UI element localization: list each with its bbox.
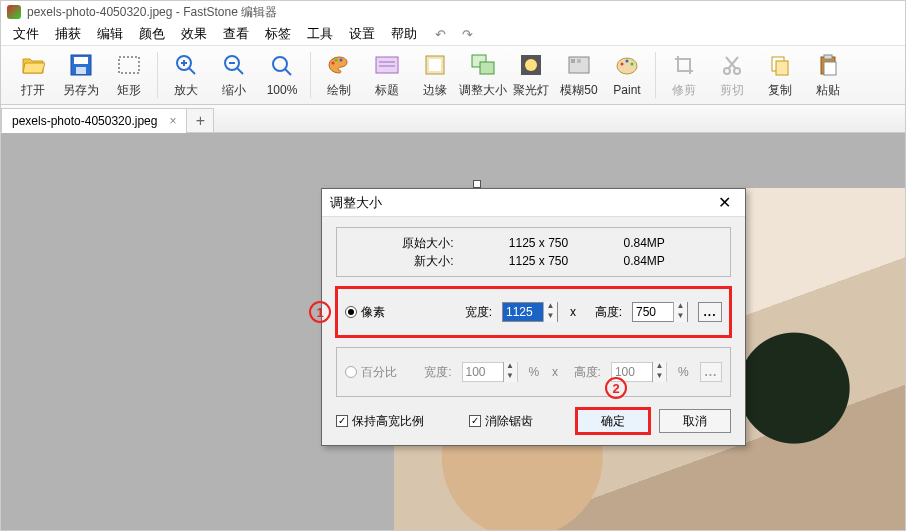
menu-view[interactable]: 查看 bbox=[217, 23, 255, 45]
undo-icon[interactable]: ↶ bbox=[431, 27, 450, 42]
height-input[interactable]: ▲▼ bbox=[632, 302, 688, 322]
redo-icon[interactable]: ↷ bbox=[458, 27, 477, 42]
dialog-title: 调整大小 bbox=[330, 194, 382, 212]
spot-label: 聚光灯 bbox=[513, 82, 549, 99]
cut-label: 剪切 bbox=[720, 82, 744, 99]
spinner-arrows[interactable]: ▲▼ bbox=[543, 302, 557, 322]
zoomin-button[interactable]: 放大 bbox=[162, 47, 210, 103]
zoom100-label: 100% bbox=[267, 83, 298, 97]
crop-button[interactable]: 修剪 bbox=[660, 47, 708, 103]
zoomout-button[interactable]: 缩小 bbox=[210, 47, 258, 103]
edge-label: 边缘 bbox=[423, 82, 447, 99]
svg-line-5 bbox=[189, 68, 195, 74]
percent-mode-row: 百分比 宽度: ▲▼ % x 高度: ▲▼ % ... bbox=[336, 347, 731, 397]
svg-rect-41 bbox=[824, 62, 836, 75]
open-button[interactable]: 打开 bbox=[9, 47, 57, 103]
menu-settings[interactable]: 设置 bbox=[343, 23, 381, 45]
rect-label: 矩形 bbox=[117, 82, 141, 99]
saveas-button[interactable]: 另存为 bbox=[57, 47, 105, 103]
menu-bar: 文件 捕获 编辑 颜色 效果 查看 标签 工具 设置 帮助 ↶ ↷ bbox=[1, 23, 905, 45]
cancel-button[interactable]: 取消 bbox=[659, 409, 731, 433]
checkbox-icon bbox=[469, 415, 481, 427]
percent-radio-label: 百分比 bbox=[361, 364, 397, 381]
width-field[interactable] bbox=[503, 303, 543, 321]
copy-button[interactable]: 复制 bbox=[756, 47, 804, 103]
zoom100-icon bbox=[269, 53, 295, 79]
paint-label: Paint bbox=[613, 83, 640, 97]
rect-select-icon bbox=[116, 52, 142, 78]
dialog-buttons: 确定 取消 bbox=[577, 409, 731, 433]
edge-icon bbox=[422, 52, 448, 78]
width-input[interactable]: ▲▼ bbox=[502, 302, 558, 322]
tab-close-icon[interactable]: × bbox=[169, 114, 176, 128]
pixel-radio[interactable]: 像素 bbox=[345, 304, 405, 321]
preset-button[interactable]: ... bbox=[698, 302, 722, 322]
menu-color[interactable]: 颜色 bbox=[133, 23, 171, 45]
svg-rect-1 bbox=[74, 57, 88, 64]
resize-icon bbox=[470, 52, 496, 78]
saveas-label: 另存为 bbox=[63, 82, 99, 99]
caption-button[interactable]: 标题 bbox=[363, 47, 411, 103]
caption-label: 标题 bbox=[375, 82, 399, 99]
svg-rect-2 bbox=[76, 67, 86, 74]
spotlight-button[interactable]: 聚光灯 bbox=[507, 47, 555, 103]
spotlight-icon bbox=[518, 52, 544, 78]
title-filename: pexels-photo-4050320.jpeg bbox=[27, 5, 172, 19]
new-size-value: 1125 x 750 bbox=[494, 252, 584, 270]
draw-button[interactable]: 绘制 bbox=[315, 47, 363, 103]
menu-tags[interactable]: 标签 bbox=[259, 23, 297, 45]
resize-dialog: 调整大小 ✕ 原始大小: 1125 x 750 0.84MP 新大小: 1125… bbox=[321, 188, 746, 446]
dialog-close-icon[interactable]: ✕ bbox=[712, 193, 737, 212]
resize-button[interactable]: 调整大小 bbox=[459, 47, 507, 103]
menu-help[interactable]: 帮助 bbox=[385, 23, 423, 45]
new-tab-button[interactable]: + bbox=[186, 108, 214, 133]
antialias-checkbox[interactable]: 消除锯齿 bbox=[469, 413, 533, 430]
svg-point-13 bbox=[332, 61, 335, 64]
svg-point-32 bbox=[631, 63, 634, 66]
cut-button[interactable]: 剪切 bbox=[708, 47, 756, 103]
window-title: pexels-photo-4050320.jpeg - FastStone 编辑… bbox=[27, 4, 277, 21]
svg-point-15 bbox=[340, 58, 343, 61]
menu-capture[interactable]: 捕获 bbox=[49, 23, 87, 45]
copy-label: 复制 bbox=[768, 82, 792, 99]
edge-button[interactable]: 边缘 bbox=[411, 47, 459, 103]
menu-edit[interactable]: 编辑 bbox=[91, 23, 129, 45]
svg-rect-27 bbox=[571, 59, 575, 63]
paint-icon bbox=[614, 53, 640, 79]
menu-file[interactable]: 文件 bbox=[7, 23, 45, 45]
height-field[interactable] bbox=[633, 303, 673, 321]
dialog-titlebar[interactable]: 调整大小 ✕ bbox=[322, 189, 745, 217]
percent-radio[interactable]: 百分比 bbox=[345, 364, 400, 381]
radio-icon bbox=[345, 366, 357, 378]
blur-icon bbox=[566, 52, 592, 78]
pct-width-input: ▲▼ bbox=[462, 362, 518, 382]
svg-line-9 bbox=[237, 68, 243, 74]
document-tab[interactable]: pexels-photo-4050320.jpeg × bbox=[1, 108, 187, 133]
scissors-icon bbox=[719, 52, 745, 78]
zoomin-icon bbox=[173, 52, 199, 78]
zoom100-button[interactable]: 100% bbox=[258, 47, 306, 103]
menu-effect[interactable]: 效果 bbox=[175, 23, 213, 45]
app-icon bbox=[7, 5, 21, 19]
times-label: x bbox=[568, 305, 578, 319]
ok-button[interactable]: 确定 bbox=[577, 409, 649, 433]
height-label: 高度: bbox=[588, 304, 622, 321]
draw-label: 绘制 bbox=[327, 82, 351, 99]
paint-button[interactable]: Paint bbox=[603, 47, 651, 103]
width-label: 宽度: bbox=[458, 304, 492, 321]
spinner-arrows[interactable]: ▲▼ bbox=[673, 302, 687, 322]
checkbox-icon bbox=[336, 415, 348, 427]
rect-button[interactable]: 矩形 bbox=[105, 47, 153, 103]
keep-ratio-checkbox[interactable]: 保持高宽比例 bbox=[336, 413, 424, 430]
selection-handle[interactable] bbox=[473, 180, 481, 188]
pct-width-field bbox=[463, 363, 503, 381]
blur-button[interactable]: 模糊50 bbox=[555, 47, 603, 103]
paste-button[interactable]: 粘贴 bbox=[804, 47, 852, 103]
pct-symbol: % bbox=[677, 365, 690, 379]
svg-point-30 bbox=[621, 63, 624, 66]
toolbar-sep bbox=[157, 52, 158, 98]
menu-tools[interactable]: 工具 bbox=[301, 23, 339, 45]
svg-rect-20 bbox=[429, 59, 441, 71]
pixel-radio-label: 像素 bbox=[361, 304, 385, 321]
copy-icon bbox=[767, 52, 793, 78]
